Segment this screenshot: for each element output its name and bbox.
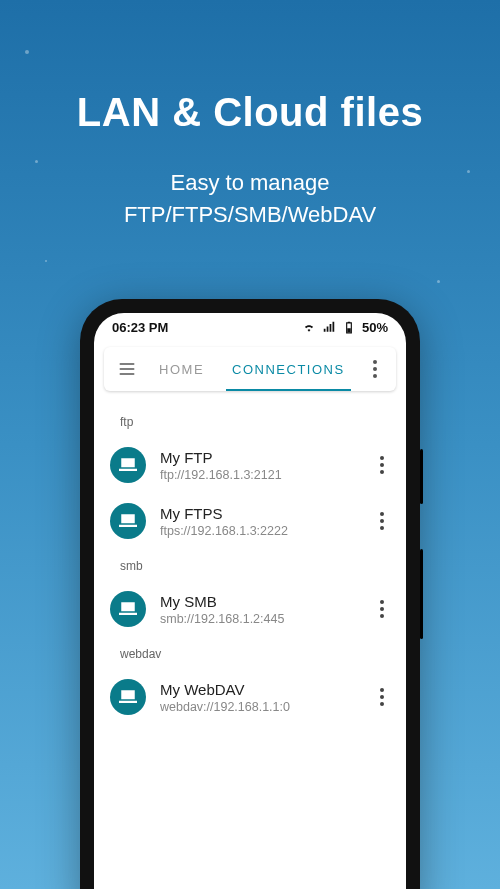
connection-title: My WebDAV bbox=[160, 681, 366, 698]
laptop-icon bbox=[110, 591, 146, 627]
phone-screen: 06:23 PM 50% HOME CONNECTIONS ftp bbox=[94, 313, 406, 889]
more-vert-icon bbox=[380, 688, 384, 706]
row-menu-button[interactable] bbox=[366, 501, 398, 541]
section-label-ftp: ftp bbox=[94, 405, 406, 437]
more-vert-icon bbox=[373, 360, 377, 378]
laptop-icon bbox=[110, 503, 146, 539]
laptop-icon bbox=[110, 447, 146, 483]
battery-icon bbox=[342, 320, 356, 334]
connection-row[interactable]: My FTPS ftps://192.168.1.3:2222 bbox=[94, 493, 406, 549]
more-vert-icon bbox=[380, 600, 384, 618]
tab-home[interactable]: HOME bbox=[145, 347, 218, 391]
menu-button[interactable] bbox=[108, 347, 145, 391]
connection-title: My FTPS bbox=[160, 505, 366, 522]
hamburger-icon bbox=[117, 359, 137, 379]
promo-subtitle: Easy to manage FTP/FTPS/SMB/WebDAV bbox=[0, 167, 500, 231]
row-menu-button[interactable] bbox=[366, 677, 398, 717]
toolbar: HOME CONNECTIONS bbox=[104, 347, 396, 391]
wifi-icon bbox=[302, 320, 316, 334]
overflow-menu-button[interactable] bbox=[359, 347, 392, 391]
tab-connections[interactable]: CONNECTIONS bbox=[218, 347, 359, 391]
status-bar: 06:23 PM 50% bbox=[94, 313, 406, 341]
phone-frame: 06:23 PM 50% HOME CONNECTIONS ftp bbox=[80, 299, 420, 889]
promo-line2: FTP/FTPS/SMB/WebDAV bbox=[0, 199, 500, 231]
connection-address: smb://192.168.1.2:445 bbox=[160, 612, 366, 626]
connection-row[interactable]: My SMB smb://192.168.1.2:445 bbox=[94, 581, 406, 637]
connection-title: My SMB bbox=[160, 593, 366, 610]
row-menu-button[interactable] bbox=[366, 445, 398, 485]
promo-line1: Easy to manage bbox=[0, 167, 500, 199]
connection-row[interactable]: My WebDAV webdav://192.168.1.1:0 bbox=[94, 669, 406, 725]
connection-title: My FTP bbox=[160, 449, 366, 466]
row-menu-button[interactable] bbox=[366, 589, 398, 629]
section-label-webdav: webdav bbox=[94, 637, 406, 669]
more-vert-icon bbox=[380, 456, 384, 474]
laptop-icon bbox=[110, 679, 146, 715]
connection-address: ftp://192.168.1.3:2121 bbox=[160, 468, 366, 482]
connection-address: webdav://192.168.1.1:0 bbox=[160, 700, 366, 714]
signal-icon bbox=[322, 320, 336, 334]
promo-title: LAN & Cloud files bbox=[0, 90, 500, 135]
status-time: 06:23 PM bbox=[112, 320, 168, 335]
connections-list: ftp My FTP ftp://192.168.1.3:2121 My FTP… bbox=[94, 391, 406, 725]
section-label-smb: smb bbox=[94, 549, 406, 581]
connection-address: ftps://192.168.1.3:2222 bbox=[160, 524, 366, 538]
battery-percent: 50% bbox=[362, 320, 388, 335]
more-vert-icon bbox=[380, 512, 384, 530]
connection-row[interactable]: My FTP ftp://192.168.1.3:2121 bbox=[94, 437, 406, 493]
